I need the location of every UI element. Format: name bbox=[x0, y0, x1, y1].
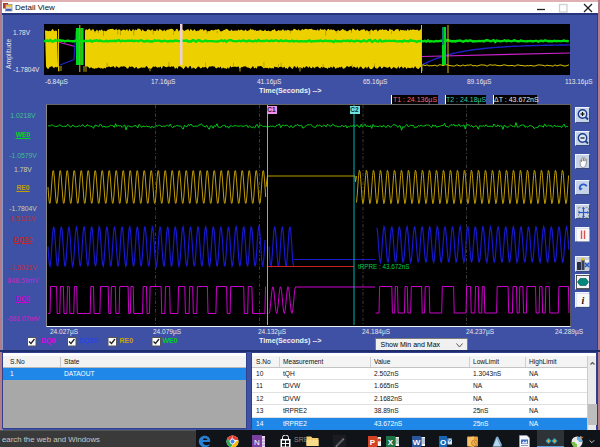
svg-text:W: W bbox=[413, 437, 421, 446]
svg-text:O: O bbox=[440, 437, 446, 446]
svg-text:i: i bbox=[581, 295, 584, 306]
svg-text:Amplitude: Amplitude bbox=[5, 39, 13, 69]
svg-text:X: X bbox=[388, 437, 394, 446]
svg-text:N: N bbox=[254, 437, 260, 446]
svg-text:P: P bbox=[370, 437, 376, 446]
